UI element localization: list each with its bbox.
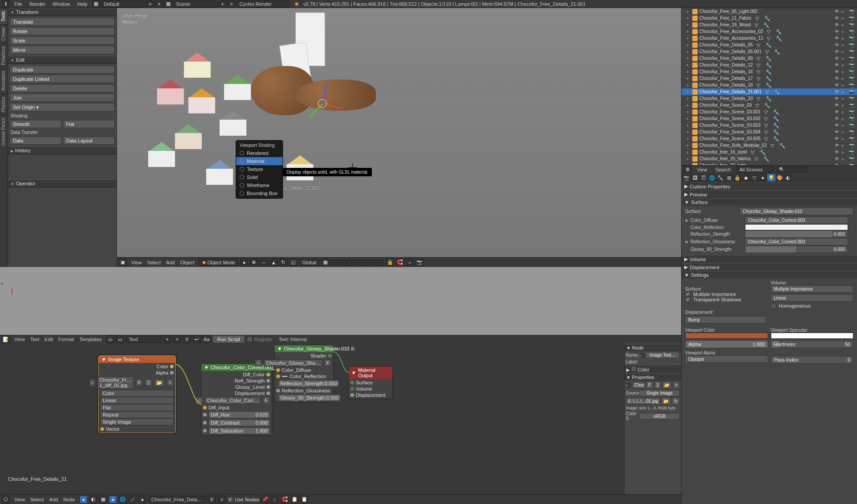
visibility-icon[interactable]: 👁: [835, 129, 840, 135]
layer-2[interactable]: [342, 259, 347, 266]
imgtex-color[interactable]: Color: [100, 390, 174, 397]
imgtex-linear[interactable]: Linear: [100, 397, 174, 404]
outliner-item[interactable]: ▸Chocofur_Free_Accessories_02▽🔧👁▹📷: [682, 28, 857, 35]
text-toggle-2[interactable]: ▭: [116, 335, 124, 343]
prop-tab-10[interactable]: 💡: [767, 174, 775, 181]
selectable-icon[interactable]: ▹: [842, 62, 847, 68]
vp-menu-add[interactable]: Add: [163, 259, 178, 266]
render-icon[interactable]: 📷: [849, 16, 854, 21]
visibility-icon[interactable]: 👁: [835, 156, 840, 162]
outliner-item[interactable]: ▸Chocofur_free_16_steel▽🔧👁▹📷: [682, 149, 857, 155]
selectable-icon[interactable]: ▹: [842, 103, 847, 108]
shading-bounding-box[interactable]: Bounding Box: [236, 189, 283, 197]
selectable-icon[interactable]: ▹: [842, 109, 847, 115]
scene-selector[interactable]: Scene: [173, 0, 218, 8]
hardness-slider[interactable]: Hardness:50: [771, 340, 854, 348]
text-datablock[interactable]: Text: [126, 336, 162, 343]
outliner-item[interactable]: ▸Chocofur_Free_Details_09▽🔧👁▹📷: [682, 55, 857, 62]
tab-relations[interactable]: Relations: [0, 43, 8, 68]
render-engine[interactable]: Cycles Render: [237, 0, 290, 8]
selectable-icon[interactable]: ▹: [842, 22, 847, 28]
outliner-item[interactable]: ▸Chocofur_Free_Details_18▽🔧👁▹📷: [682, 82, 857, 88]
prop-tab-7[interactable]: ◆: [742, 174, 750, 181]
node-menu-view[interactable]: View: [12, 496, 28, 503]
layer-7[interactable]: [369, 259, 374, 266]
tab-grease-pencil[interactable]: Grease Pencil: [0, 115, 8, 149]
vol-interp[interactable]: Linear: [771, 294, 854, 302]
render-icon[interactable]: 📷: [849, 29, 854, 34]
tab-tools[interactable]: Tools: [0, 8, 8, 24]
node-label-field[interactable]: [639, 361, 680, 363]
visibility-icon[interactable]: 👁: [835, 103, 840, 108]
selectable-icon[interactable]: ▹: [842, 42, 847, 48]
viewport-alpha-mode[interactable]: Opaque: [685, 355, 768, 363]
reflectionstrength-slider[interactable]: 0.850: [745, 230, 848, 238]
color-space[interactable]: sRGB: [639, 413, 680, 420]
compositor-icon[interactable]: ◐: [89, 496, 97, 504]
visibility-icon[interactable]: 👁: [835, 116, 840, 121]
outliner-item[interactable]: ▸Chocofur_Free_29_Wood▽🔧👁▹📷: [682, 21, 857, 28]
line-numbers-icon[interactable]: #: [183, 335, 191, 343]
visibility-icon[interactable]: 👁: [835, 136, 840, 142]
shading-solid[interactable]: Solid: [236, 173, 283, 181]
scale-button[interactable]: Scale: [10, 37, 115, 45]
text-add-icon[interactable]: +: [163, 335, 171, 343]
operator-panel-header[interactable]: Operator: [8, 179, 116, 187]
render-preview-icon[interactable]: 📷: [416, 258, 424, 267]
render-icon[interactable]: 📷: [849, 62, 854, 68]
prop-tab-0[interactable]: 📷: [682, 174, 691, 181]
settings-header[interactable]: ▼ Settings: [682, 271, 857, 279]
outliner-item[interactable]: ▸Chocofur_Free_Details_12▽🔧👁▹📷: [682, 62, 857, 68]
node-editor-icon[interactable]: ⬡: [2, 496, 10, 504]
pivot-icon[interactable]: ⊕: [250, 258, 258, 267]
prop-tab-5[interactable]: ⊞: [725, 174, 733, 181]
orientation-selector[interactable]: Global: [299, 259, 320, 266]
imgtex-flat[interactable]: Flat: [100, 404, 174, 411]
visibility-icon[interactable]: 👁: [835, 109, 840, 115]
text-menu-templates[interactable]: Templates: [77, 336, 104, 342]
shading-wireframe[interactable]: Wireframe: [236, 181, 283, 189]
outliner-item[interactable]: ▸Chocofur_Free_11_Fabric▽🔧👁▹📷: [682, 15, 857, 21]
selectable-icon[interactable]: ▹: [842, 76, 847, 81]
outliner-search-menu[interactable]: Search: [713, 167, 734, 173]
edit-panel-header[interactable]: Edit: [8, 56, 116, 64]
manipulator-icon[interactable]: ↔: [260, 258, 268, 267]
del-layout-icon[interactable]: ×: [155, 0, 163, 8]
shading-rendered[interactable]: Rendered: [236, 149, 283, 157]
prop-tab-11[interactable]: 🎨: [776, 174, 784, 181]
material-output-node[interactable]: ▼Material Output Surface Volume Displace…: [348, 366, 393, 399]
reflectionglossiness-field[interactable]: Chocofur_Color_Correct.003: [745, 238, 848, 246]
run-script-button[interactable]: Run Script: [212, 335, 245, 343]
layers-icon[interactable]: ▦: [321, 258, 329, 267]
render-icon[interactable]: 📷: [849, 9, 854, 14]
custom-props-header[interactable]: ▶ Custom Properties: [682, 183, 857, 190]
visibility-icon[interactable]: 👁: [835, 9, 840, 14]
render-icon[interactable]: 📷: [849, 76, 854, 81]
visibility-icon[interactable]: 👁: [835, 76, 840, 81]
prop-tab-3[interactable]: 🌐: [708, 174, 716, 181]
selectable-icon[interactable]: ▹: [842, 143, 847, 148]
surface-header[interactable]: ▼ Surface: [682, 199, 857, 206]
render-icon[interactable]: 📷: [849, 143, 854, 148]
syntax-icon[interactable]: Aa: [203, 335, 211, 343]
set-origin-button[interactable]: Set Origin ▾: [10, 103, 115, 112]
outliner-item[interactable]: ▸Chocofur_Free_Sofa_Modular_01▽🔧👁▹📷: [682, 142, 857, 149]
outliner-item[interactable]: ▸Chocofur_Free_Scene_03▽🔧👁▹📷: [682, 102, 857, 108]
layer-8[interactable]: [374, 259, 379, 266]
text-editor-body[interactable]: +: [0, 267, 681, 335]
color-correct-node[interactable]: ▼Chocofur_Color_Correct.003 Diff_Color R…: [201, 363, 272, 436]
preview-header[interactable]: ▶ Preview: [682, 191, 857, 198]
render-icon[interactable]: 📷: [849, 96, 854, 101]
outliner-item[interactable]: ▸Chocofur_Free_Accessories_11▽🔧👁▹📷: [682, 35, 857, 42]
visibility-icon[interactable]: 👁: [835, 143, 840, 148]
layer-9[interactable]: [379, 259, 384, 266]
delete-button[interactable]: Delete: [10, 84, 115, 92]
viewport-alpha[interactable]: Alpha:1.000: [685, 340, 768, 348]
prop-tab-12[interactable]: ◐: [784, 174, 792, 181]
vol-sampling[interactable]: Multiple Importance: [771, 285, 854, 293]
render-icon[interactable]: 📷: [849, 156, 854, 162]
selectable-icon[interactable]: ▹: [842, 83, 847, 88]
copy-nodes-icon[interactable]: 📋: [291, 496, 299, 504]
data-layout-button[interactable]: Data Layout: [63, 137, 115, 145]
render-icon[interactable]: 📷: [849, 56, 854, 61]
